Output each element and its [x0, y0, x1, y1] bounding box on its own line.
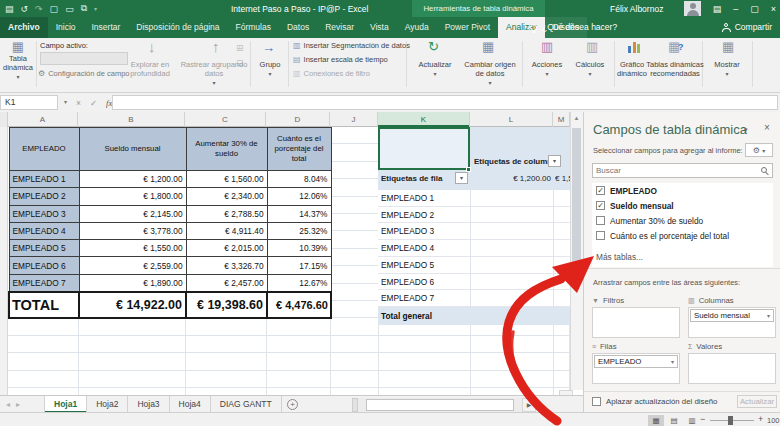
column-header-L[interactable]: L: [470, 112, 553, 127]
normal-view-icon[interactable]: ▦: [648, 415, 664, 426]
avatar[interactable]: [684, 1, 701, 16]
page-layout-view-icon[interactable]: ▤: [666, 415, 682, 426]
pivot-row[interactable]: EMPLEADO 1: [378, 190, 570, 207]
ribbon-tab-vista[interactable]: Vista: [362, 17, 397, 38]
enter-icon[interactable]: ✓: [90, 98, 97, 108]
pivot-row[interactable]: EMPLEADO 4: [378, 240, 570, 257]
value-cell[interactable]: € 2,340.00: [186, 188, 267, 205]
checked-checkbox-icon[interactable]: ✓: [596, 186, 605, 195]
unchecked-checkbox-icon[interactable]: [592, 397, 601, 406]
ribbon-tab-datos[interactable]: Datos: [279, 17, 317, 38]
row-labels-filter-button[interactable]: ▾: [455, 172, 468, 184]
column-header-B[interactable]: B: [78, 112, 185, 127]
open-folder-icon[interactable]: ▭: [65, 4, 74, 14]
print-preview-icon[interactable]: ⧉: [81, 3, 87, 14]
total-cell[interactable]: € 19,398.60: [186, 292, 267, 318]
group-button[interactable]: Grupo ▾: [252, 60, 288, 78]
sheet-tab-hoja4[interactable]: Hoja4: [170, 396, 211, 413]
new-document-icon[interactable]: ▢: [50, 4, 59, 14]
value-cell[interactable]: € 1,890.00: [79, 274, 186, 291]
value-cell[interactable]: € 2,015.00: [186, 240, 267, 257]
unchecked-checkbox-icon[interactable]: [596, 231, 605, 240]
fill-handle[interactable]: [466, 167, 471, 172]
value-cell[interactable]: 14.37%: [267, 205, 331, 222]
employee-label-cell[interactable]: EMPLEADO 6: [9, 257, 79, 274]
close-icon[interactable]: ×: [771, 4, 776, 14]
area-dropzone[interactable]: EMPLEADO▾: [592, 353, 680, 384]
search-input[interactable]: [596, 164, 756, 177]
ribbon-tab-insertar[interactable]: Insertar: [84, 17, 129, 38]
area-field-chip[interactable]: EMPLEADO▾: [594, 355, 678, 368]
pivot-row[interactable]: EMPLEADO 5: [378, 257, 570, 274]
sheet-tab-hoja3[interactable]: Hoja3: [128, 396, 169, 413]
ribbon-tab-ayuda[interactable]: Ayuda: [397, 17, 437, 38]
tools-gear-button[interactable]: ⚙ ▾: [745, 143, 773, 157]
column-labels-filter-button[interactable]: ▾: [548, 155, 561, 167]
value-cell[interactable]: 12.67%: [267, 274, 331, 291]
chevron-down-icon[interactable]: ▾: [767, 312, 770, 319]
value-cell[interactable]: 25.32%: [267, 222, 331, 239]
column-labels-header[interactable]: Etiquetas de columna: [474, 157, 557, 166]
drill-down-button[interactable]: Explorar en profundidad: [118, 60, 182, 78]
value-cell[interactable]: € 2,457.00: [186, 274, 267, 291]
worksheet-grid[interactable]: EMPLEADOSueldo mensualAumentar 30% de su…: [0, 127, 570, 395]
column-header-D[interactable]: D: [266, 112, 330, 127]
field-settings-button[interactable]: ⚙ Configuración de campo: [38, 69, 129, 78]
pivot-row[interactable]: EMPLEADO 6: [378, 274, 570, 291]
undo-icon[interactable]: ↺: [21, 4, 29, 14]
value-cell[interactable]: € 2,145.00: [79, 205, 186, 222]
column-header-C[interactable]: C: [185, 112, 266, 127]
active-field-input[interactable]: [40, 52, 128, 65]
sheet-nav-arrows[interactable]: ◂▸: [6, 396, 26, 413]
minimize-icon[interactable]: –: [733, 4, 738, 14]
show-button[interactable]: Mostrar ▾: [706, 60, 748, 78]
ribbon-tab-fórmulas[interactable]: Fórmulas: [228, 17, 279, 38]
value-cell[interactable]: € 1,800.00: [79, 188, 186, 205]
sheet-tab-hoja1[interactable]: Hoja1: [44, 396, 87, 413]
ribbon-tab-power-pivot[interactable]: Power Pivot: [437, 17, 498, 38]
field-item-empleado[interactable]: ✓EMPLEADO: [592, 183, 773, 198]
field-item-aumentar-30-de-sueldo[interactable]: Aumentar 30% de sueldo: [592, 213, 773, 228]
unchecked-checkbox-icon[interactable]: [596, 216, 605, 225]
value-cell[interactable]: 12.06%: [267, 188, 331, 205]
scroll-up-icon[interactable]: ▲: [570, 112, 583, 124]
sheet-tab-diag-gantt[interactable]: DIAG GANTT: [211, 396, 282, 413]
ribbon-tab-disposición-de-página[interactable]: Disposición de página: [128, 17, 227, 38]
area-field-chip[interactable]: Sueldo mensual▾: [690, 309, 774, 322]
area-dropzone[interactable]: [688, 353, 776, 384]
sheet-tab-hoja2[interactable]: Hoja2: [87, 396, 128, 413]
value-cell[interactable]: € 1,560.00: [186, 171, 267, 188]
value-cell[interactable]: € 3,778.00: [79, 222, 186, 239]
employee-label-cell[interactable]: EMPLEADO 7: [9, 274, 79, 291]
selected-cell-K1[interactable]: [378, 127, 470, 170]
employee-label-cell[interactable]: EMPLEADO 5: [9, 240, 79, 257]
expand-field-icon[interactable]: ⊞: [236, 43, 244, 53]
tell-me-box[interactable]: ¿Qué desea hacer?: [530, 17, 617, 38]
value-cell[interactable]: € 1,550.00: [79, 240, 186, 257]
value-cell[interactable]: 17.15%: [267, 257, 331, 274]
value-cell[interactable]: € 2,788.50: [186, 205, 267, 222]
filter-connections-button[interactable]: ▥ Conexiones de filtro: [293, 69, 370, 78]
zoom-slider-thumb[interactable]: [728, 416, 733, 425]
save-icon[interactable]: ▤: [5, 4, 14, 14]
table-header-cell[interactable]: EMPLEADO: [9, 128, 79, 171]
column-header-A[interactable]: A: [8, 112, 78, 127]
recommended-pivottables-button[interactable]: Tablas dinámicas recomendadas: [646, 60, 704, 78]
pivot-grand-total-row[interactable]: Total general: [378, 307, 570, 325]
employee-label-cell[interactable]: EMPLEADO 4: [9, 222, 79, 239]
cancel-icon[interactable]: ×: [76, 98, 81, 108]
chevron-down-icon[interactable]: ▾: [671, 358, 674, 365]
total-cell[interactable]: TOTAL: [9, 292, 79, 318]
new-sheet-icon[interactable]: +: [287, 399, 298, 410]
total-cell[interactable]: € 4,476.60: [267, 292, 331, 318]
table-header-cell[interactable]: Aumentar 30% de sueldo: [186, 128, 267, 171]
scroll-right-icon[interactable]: ▶: [522, 398, 536, 412]
name-box-dropdown-icon[interactable]: ▾: [60, 95, 71, 110]
actions-button[interactable]: Acciones ▾: [524, 60, 570, 78]
value-cell[interactable]: € 1,200.00: [79, 171, 186, 188]
pane-options-icon[interactable]: ▾: [744, 126, 748, 134]
redo-icon[interactable]: ↷: [35, 4, 43, 14]
field-item-cuánto-es-el-porcentaje-del-total[interactable]: Cuánto es el porcentaje del total: [592, 228, 773, 243]
field-search[interactable]: [592, 163, 773, 178]
change-data-source-button[interactable]: Cambiar origen de datos ▾: [460, 60, 520, 87]
